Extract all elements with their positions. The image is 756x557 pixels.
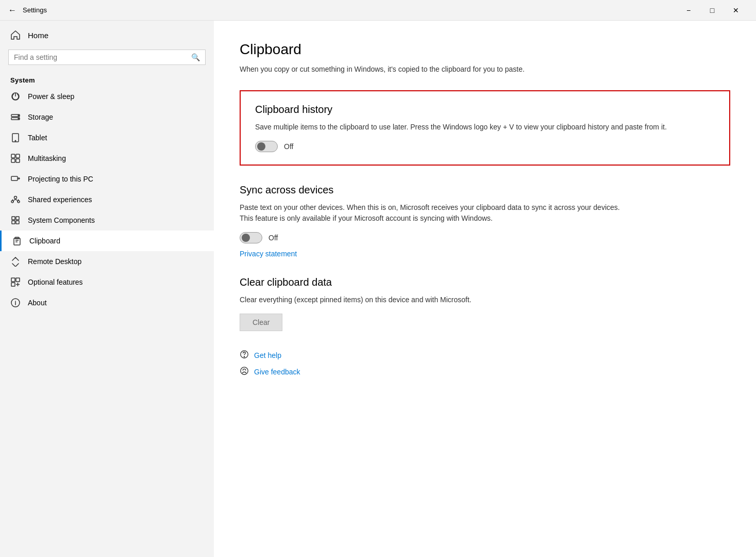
title-bar-title: Settings: [23, 6, 47, 14]
help-icon: [240, 350, 249, 361]
svg-rect-16: [16, 217, 19, 220]
sidebar-item-shared[interactable]: Shared experiences: [0, 189, 214, 210]
search-box[interactable]: 🔍: [8, 50, 206, 65]
give-feedback-label: Give feedback: [254, 368, 300, 376]
sidebar-item-system-components[interactable]: System Components: [0, 210, 214, 231]
sidebar-item-remote[interactable]: Remote Desktop: [0, 251, 214, 272]
sidebar: Home 🔍 System Power & sleep: [0, 21, 214, 557]
svg-point-12: [14, 196, 17, 199]
search-icon: 🔍: [191, 53, 200, 61]
clear-description: Clear everything (except pinned items) o…: [240, 294, 730, 305]
sidebar-label-optional: Optional features: [28, 278, 83, 286]
about-icon: [10, 298, 21, 308]
maximize-button[interactable]: □: [700, 0, 724, 21]
sidebar-label-projecting: Projecting to this PC: [28, 175, 93, 183]
projecting-icon: [10, 174, 21, 184]
sidebar-item-projecting[interactable]: Projecting to this PC: [0, 169, 214, 189]
sidebar-item-home[interactable]: Home: [0, 21, 214, 50]
app-body: Home 🔍 System Power & sleep: [0, 21, 756, 557]
sidebar-item-optional[interactable]: Optional features: [0, 272, 214, 292]
clipboard-history-toggle-label: Off: [284, 142, 293, 151]
sidebar-label-system-components: System Components: [28, 216, 95, 224]
close-button[interactable]: ✕: [724, 0, 748, 21]
svg-point-3: [18, 115, 19, 116]
sidebar-item-about[interactable]: About: [0, 292, 214, 313]
svg-rect-23: [11, 283, 15, 286]
sync-toggle-label: Off: [268, 234, 278, 242]
sync-heading: Sync across devices: [240, 184, 730, 196]
privacy-statement-link[interactable]: Privacy statement: [240, 250, 730, 258]
clipboard-history-section: Clipboard history Save multiple items to…: [240, 90, 730, 166]
svg-rect-11: [11, 176, 18, 181]
home-icon: [10, 30, 21, 40]
sync-toggle-row: Off: [240, 232, 730, 243]
give-feedback-link[interactable]: Give feedback: [240, 366, 730, 378]
sidebar-item-power-sleep[interactable]: Power & sleep: [0, 86, 214, 107]
clipboard-history-toggle-row: Off: [255, 141, 715, 152]
clipboard-history-toggle[interactable]: [255, 141, 278, 152]
remote-icon: [10, 256, 21, 267]
sidebar-label-tablet: Tablet: [28, 134, 47, 142]
get-help-link[interactable]: Get help: [240, 350, 730, 361]
storage-icon: [10, 112, 21, 122]
sidebar-label-power: Power & sleep: [28, 92, 74, 101]
sidebar-label-clipboard: Clipboard: [29, 237, 60, 245]
feedback-icon: [240, 366, 249, 378]
svg-rect-10: [16, 159, 20, 162]
sidebar-item-tablet[interactable]: Tablet: [0, 127, 214, 148]
main-content: Clipboard When you copy or cut something…: [214, 21, 756, 557]
sync-section: Sync across devices Paste text on your o…: [240, 184, 730, 258]
svg-rect-9: [11, 159, 15, 162]
sync-description: Paste text on your other devices. When t…: [240, 202, 730, 224]
back-button[interactable]: ←: [8, 6, 16, 15]
title-bar-controls: − □ ✕: [677, 0, 748, 21]
page-subtitle: When you copy or cut something in Window…: [240, 64, 730, 75]
sidebar-system-label: System: [0, 73, 214, 86]
home-label: Home: [28, 31, 48, 40]
sidebar-label-shared: Shared experiences: [28, 195, 92, 204]
power-icon: [10, 91, 21, 102]
clear-section: Clear clipboard data Clear everything (e…: [240, 276, 730, 331]
svg-point-26: [244, 356, 244, 357]
clipboard-icon: [12, 236, 22, 246]
svg-rect-7: [11, 154, 15, 158]
clipboard-history-heading: Clipboard history: [255, 104, 715, 116]
svg-rect-22: [16, 278, 20, 282]
clipboard-history-description: Save multiple items to the clipboard to …: [255, 122, 715, 133]
sidebar-item-storage[interactable]: Storage: [0, 107, 214, 127]
toggle-knob: [257, 142, 265, 151]
sidebar-item-multitasking[interactable]: Multitasking: [0, 148, 214, 169]
sidebar-label-about: About: [28, 299, 47, 307]
clear-heading: Clear clipboard data: [240, 276, 730, 288]
sidebar-label-multitasking: Multitasking: [28, 154, 66, 162]
search-input[interactable]: [14, 53, 187, 61]
shared-icon: [10, 194, 21, 205]
sync-toggle-knob: [242, 234, 250, 242]
footer-links: Get help Give feedback: [240, 350, 730, 378]
svg-rect-17: [12, 221, 15, 224]
svg-rect-15: [12, 217, 15, 220]
components-icon: [10, 215, 21, 225]
get-help-label: Get help: [254, 351, 281, 359]
sidebar-item-clipboard[interactable]: Clipboard: [0, 231, 214, 251]
sidebar-label-remote: Remote Desktop: [28, 257, 81, 266]
page-title: Clipboard: [240, 41, 730, 58]
svg-rect-21: [11, 278, 15, 282]
sidebar-label-storage: Storage: [28, 113, 53, 121]
svg-rect-18: [16, 221, 19, 224]
title-bar-left: ← Settings: [8, 6, 47, 15]
svg-point-6: [15, 140, 16, 141]
sync-toggle[interactable]: [240, 232, 262, 243]
clear-button[interactable]: Clear: [240, 314, 282, 331]
svg-rect-8: [16, 154, 20, 158]
tablet-icon: [10, 133, 21, 143]
svg-point-4: [18, 118, 19, 119]
title-bar: ← Settings − □ ✕: [0, 0, 756, 21]
minimize-button[interactable]: −: [677, 0, 700, 21]
multitasking-icon: [10, 153, 21, 163]
optional-icon: [10, 277, 21, 287]
